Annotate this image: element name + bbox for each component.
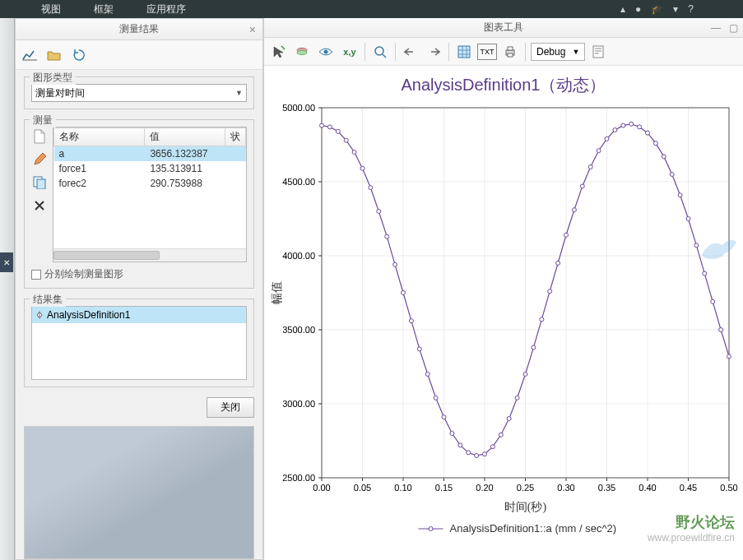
svg-text:幅值: 幅值 bbox=[270, 281, 283, 304]
svg-rect-9 bbox=[508, 53, 513, 57]
svg-point-77 bbox=[434, 396, 438, 400]
chart-title: AnalysisDefinition1（动态） bbox=[264, 66, 743, 100]
svg-point-110 bbox=[703, 271, 707, 275]
col-status[interactable]: 状 bbox=[225, 128, 246, 146]
result-item[interactable]: AnalysisDefinition1 bbox=[32, 307, 246, 323]
caret-up-icon[interactable]: ▴ bbox=[620, 3, 625, 15]
svg-point-93 bbox=[564, 233, 569, 237]
svg-point-106 bbox=[670, 173, 674, 177]
xy-coord-icon[interactable]: x,y bbox=[340, 42, 360, 62]
panel-title: 测量结果 × bbox=[16, 19, 262, 40]
graph-icon[interactable] bbox=[21, 46, 39, 64]
table-row[interactable]: a3656.132387 bbox=[54, 146, 246, 162]
graph-type-dropdown[interactable]: 测量对时间 ▼ bbox=[31, 84, 247, 102]
svg-point-70 bbox=[377, 210, 381, 214]
svg-point-89 bbox=[532, 345, 536, 349]
result-list[interactable]: AnalysisDefinition1 bbox=[31, 306, 247, 380]
svg-text:4000.00: 4000.00 bbox=[282, 251, 315, 261]
debug-label: Debug bbox=[536, 46, 565, 58]
svg-text:0.50: 0.50 bbox=[720, 483, 737, 493]
svg-point-71 bbox=[385, 234, 389, 238]
chevron-down-icon: ▼ bbox=[235, 89, 243, 97]
svg-point-65 bbox=[336, 129, 340, 133]
group-result-set: 结果集 AnalysisDefinition1 bbox=[24, 299, 254, 387]
svg-point-67 bbox=[352, 150, 356, 155]
viewport-preview bbox=[24, 426, 254, 559]
svg-rect-8 bbox=[508, 47, 513, 50]
debug-dropdown[interactable]: Debug ▼ bbox=[531, 43, 585, 61]
svg-point-111 bbox=[711, 299, 715, 303]
group-legend: 结果集 bbox=[30, 293, 66, 307]
svg-point-96 bbox=[588, 165, 592, 169]
close-icon[interactable]: × bbox=[249, 23, 256, 36]
format-icon[interactable] bbox=[588, 42, 608, 62]
svg-text:0.15: 0.15 bbox=[435, 483, 453, 493]
zoom-fit-icon[interactable] bbox=[370, 42, 390, 62]
svg-point-64 bbox=[327, 125, 332, 129]
svg-point-101 bbox=[629, 122, 634, 126]
help-icon[interactable]: ? bbox=[688, 3, 694, 15]
svg-point-79 bbox=[450, 432, 454, 436]
open-folder-icon[interactable] bbox=[45, 46, 63, 64]
svg-point-85 bbox=[499, 433, 503, 437]
delete-x-icon[interactable] bbox=[31, 197, 48, 214]
print-icon[interactable] bbox=[500, 42, 520, 62]
svg-text:AnalysisDefinition1::a  (mm / : AnalysisDefinition1::a (mm / sec^2) bbox=[450, 522, 617, 535]
col-name[interactable]: 名称 bbox=[54, 128, 145, 146]
redo-icon[interactable] bbox=[424, 42, 443, 62]
menu-frame[interactable]: 框架 bbox=[77, 2, 130, 16]
table-row[interactable]: force1135.313911 bbox=[54, 161, 246, 176]
layers-icon[interactable] bbox=[292, 42, 312, 62]
eye-icon[interactable] bbox=[315, 42, 337, 62]
svg-point-83 bbox=[483, 452, 487, 456]
svg-point-86 bbox=[507, 417, 511, 421]
svg-rect-10 bbox=[593, 46, 603, 58]
svg-point-3 bbox=[297, 50, 307, 54]
menu-app[interactable]: 应用程序 bbox=[130, 2, 202, 16]
svg-point-4 bbox=[324, 49, 328, 53]
svg-point-117 bbox=[429, 527, 433, 531]
text-file-icon[interactable]: TXT bbox=[477, 44, 497, 60]
svg-point-82 bbox=[475, 454, 479, 458]
checkbox-icon bbox=[31, 270, 41, 280]
svg-text:2500.00: 2500.00 bbox=[282, 473, 315, 483]
group-legend: 图形类型 bbox=[30, 71, 76, 85]
dock-tab-button[interactable]: ✕ bbox=[0, 252, 13, 272]
svg-point-95 bbox=[580, 184, 584, 188]
group-graph-type: 图形类型 测量对时间 ▼ bbox=[24, 76, 254, 109]
svg-text:0.25: 0.25 bbox=[517, 483, 534, 493]
svg-text:0.35: 0.35 bbox=[598, 483, 615, 493]
svg-point-112 bbox=[719, 328, 723, 332]
copy-icon[interactable] bbox=[31, 174, 48, 191]
menu-view[interactable]: 视图 bbox=[25, 2, 77, 16]
svg-text:时间(秒): 时间(秒) bbox=[504, 501, 547, 514]
close-button[interactable]: 关闭 bbox=[207, 397, 254, 418]
svg-point-103 bbox=[646, 131, 650, 135]
maximize-icon[interactable]: ▢ bbox=[729, 22, 738, 34]
measure-table[interactable]: 名称 值 状 a3656.132387force1135.313911forec… bbox=[53, 127, 247, 262]
undo-icon[interactable] bbox=[401, 42, 420, 62]
svg-point-98 bbox=[605, 137, 609, 141]
table-hscrollbar[interactable] bbox=[53, 248, 246, 261]
svg-point-91 bbox=[548, 289, 552, 294]
edit-pencil-icon[interactable] bbox=[31, 151, 48, 168]
svg-point-104 bbox=[653, 141, 657, 146]
dropdown-caret-icon[interactable]: ▾ bbox=[673, 3, 678, 15]
chart-area[interactable]: AnalysisDefinition1（动态） 0.000.050.100.15… bbox=[264, 66, 743, 560]
grid-icon[interactable] bbox=[454, 42, 474, 62]
svg-text:0.10: 0.10 bbox=[394, 483, 411, 493]
user-icon[interactable]: ● bbox=[635, 3, 641, 15]
table-row[interactable]: forec2290.753988 bbox=[54, 176, 246, 191]
new-doc-icon[interactable] bbox=[31, 128, 48, 145]
svg-text:0.05: 0.05 bbox=[354, 483, 371, 493]
refresh-icon[interactable] bbox=[70, 46, 88, 64]
col-value[interactable]: 值 bbox=[145, 128, 225, 146]
graduation-icon[interactable]: 🎓 bbox=[651, 3, 663, 15]
svg-point-68 bbox=[360, 166, 365, 170]
chart-panel: 图表工具 — ▢ x,y TXT Debug ▼ bbox=[263, 18, 743, 560]
cursor-icon[interactable] bbox=[269, 42, 289, 62]
separate-plot-checkbox[interactable]: 分别绘制测量图形 bbox=[31, 267, 247, 281]
minimize-icon[interactable]: — bbox=[711, 22, 721, 34]
svg-point-81 bbox=[467, 451, 471, 455]
svg-point-66 bbox=[344, 138, 348, 142]
